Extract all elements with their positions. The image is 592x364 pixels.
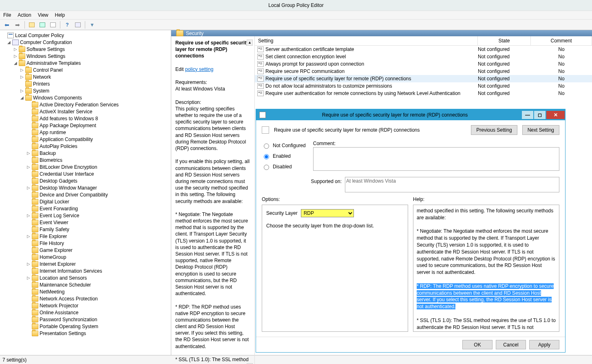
tree-item[interactable]: Presentation Settings	[2, 330, 171, 337]
list-row[interactable]: Require secure RPC communicationNot conf…	[255, 68, 592, 75]
menu-action[interactable]: Action	[18, 12, 31, 18]
properties-button[interactable]	[49, 20, 57, 29]
expand-icon[interactable]: ▷	[26, 234, 31, 238]
tree-item[interactable]: Digital Locker	[2, 198, 171, 205]
tree-item[interactable]: ▷BitLocker Drive Encryption	[2, 163, 171, 170]
close-button[interactable]: ✕	[546, 111, 565, 119]
list-row[interactable]: Server authentication certificate templa…	[255, 46, 592, 53]
tree-item[interactable]: App runtime	[2, 129, 171, 136]
tree-item[interactable]: ▷Backup	[2, 150, 171, 157]
tree-item[interactable]: Event Viewer	[2, 219, 171, 226]
tree-item[interactable]: Online Assistance	[2, 309, 171, 316]
expand-icon[interactable]: ▷	[20, 68, 24, 72]
tree-item[interactable]: Computer Configuration	[20, 40, 72, 45]
show-hide-tree-button[interactable]	[38, 20, 47, 29]
tree-item[interactable]: Game Explorer	[2, 247, 171, 254]
expand-icon[interactable]: ▷	[20, 88, 24, 93]
col-setting[interactable]: Setting	[255, 36, 478, 45]
list-row[interactable]: Require user authentication for remote c…	[255, 90, 592, 97]
tree-item[interactable]: Family Safety	[2, 226, 171, 233]
tree-item[interactable]: Network Projector	[2, 302, 171, 309]
col-state[interactable]: State	[478, 36, 531, 45]
tree-item[interactable]: System	[33, 88, 49, 94]
tree-item[interactable]: Software Settings	[27, 46, 65, 52]
minimize-button[interactable]: —	[522, 111, 533, 119]
tree-root[interactable]: Local Computer Policy	[15, 33, 64, 38]
list-row[interactable]: Require use of specific security layer f…	[255, 75, 592, 82]
radio-enabled[interactable]: Enabled	[262, 153, 306, 159]
tree-item[interactable]: Portable Operating System	[2, 323, 171, 330]
tree-item[interactable]: NetMeeting	[2, 288, 171, 295]
tree-item[interactable]: Application Compatibility	[2, 136, 171, 143]
tree-item[interactable]: App Package Deployment	[2, 122, 171, 129]
expand-icon[interactable]: ▷	[26, 185, 31, 190]
comment-textarea[interactable]	[313, 147, 559, 171]
scroll-up-button[interactable]: ▲	[247, 40, 253, 46]
col-comment[interactable]: Comment	[531, 36, 592, 45]
tree-item[interactable]: Control Panel	[33, 67, 63, 73]
tree-item[interactable]: ▷Event Log Service	[2, 212, 171, 219]
tree-item[interactable]: Biometrics	[2, 157, 171, 163]
tree-item[interactable]: Network	[33, 74, 51, 80]
tree-item[interactable]: Credential User Interface	[2, 170, 171, 177]
expand-icon[interactable]: ▷	[26, 276, 31, 280]
next-setting-button[interactable]: Next Setting	[522, 125, 559, 135]
menu-help[interactable]: Help	[55, 12, 65, 18]
tree-item[interactable]: ▷Desktop Window Manager	[2, 184, 171, 191]
expand-icon[interactable]: ▷	[26, 165, 31, 169]
radio-disabled[interactable]: Disabled	[262, 163, 306, 170]
tree-item[interactable]: ActiveX Installer Service	[2, 108, 171, 115]
expand-icon[interactable]: ◢	[7, 40, 11, 44]
tree-item[interactable]: HomeGroup	[2, 254, 171, 260]
options-button[interactable]	[73, 20, 82, 29]
tree-item[interactable]: ▷Location and Sensors	[2, 274, 171, 281]
tree-item[interactable]: Network Access Protection	[2, 295, 171, 302]
maximize-button[interactable]: ◻	[534, 111, 546, 119]
tree-item[interactable]: Internet Information Services	[2, 267, 171, 274]
ok-button[interactable]: OK	[462, 340, 493, 349]
tree-item[interactable]: File History	[2, 240, 171, 247]
tree-item[interactable]: Password Synchronization	[2, 316, 171, 323]
tree-item[interactable]: Event Forwarding	[2, 205, 171, 212]
tree-item[interactable]: AutoPlay Policies	[2, 143, 171, 150]
security-layer-select[interactable]: RDP	[301, 209, 354, 217]
up-button[interactable]	[27, 20, 36, 29]
help-box[interactable]: method specified in this setting. The fo…	[413, 205, 559, 332]
expand-icon[interactable]: ▷	[13, 54, 18, 58]
expand-icon[interactable]: ▷	[13, 47, 18, 51]
back-button[interactable]	[2, 20, 11, 29]
tree-item[interactable]: Printers	[33, 81, 50, 87]
expand-icon[interactable]: ▷	[26, 213, 31, 218]
cancel-button[interactable]: Cancel	[496, 340, 526, 349]
tree-item[interactable]: ▷Internet Explorer	[2, 260, 171, 267]
tree-item[interactable]: Active Directory Federation Services	[2, 101, 171, 108]
list-row[interactable]: Set client connection encryption levelNo…	[255, 53, 592, 60]
filter-button[interactable]: ▼	[88, 20, 97, 29]
tree-item[interactable]: Maintenance Scheduler	[2, 281, 171, 288]
expand-icon[interactable]: ◢	[13, 61, 18, 65]
menu-file[interactable]: File	[3, 12, 11, 18]
list-row[interactable]: Always prompt for password upon connecti…	[255, 60, 592, 68]
expand-icon[interactable]: ◢	[20, 95, 24, 100]
previous-setting-button[interactable]: Previous Setting	[471, 125, 517, 135]
tree-item[interactable]: Desktop Gadgets	[2, 177, 171, 184]
edit-policy-link[interactable]: policy setting	[185, 66, 213, 72]
help-button[interactable]: ?	[63, 20, 72, 29]
radio-not-configured[interactable]: Not Configured	[262, 142, 306, 149]
apply-button[interactable]: Apply	[529, 340, 559, 349]
folder-icon	[25, 88, 32, 94]
menu-view[interactable]: View	[38, 12, 49, 18]
tree-item[interactable]: Device and Driver Compatibility	[2, 191, 171, 198]
expand-icon[interactable]: ▷	[26, 262, 31, 266]
expand-icon[interactable]: ▷	[26, 151, 31, 155]
tree-item[interactable]: Add features to Windows 8	[2, 115, 171, 122]
expand-icon[interactable]: ▷	[20, 75, 24, 79]
list-row[interactable]: Do not allow local administrators to cus…	[255, 82, 592, 90]
tree-item[interactable]: Administrative Templates	[27, 60, 81, 66]
tree-item[interactable]: Windows Components	[33, 95, 82, 101]
tree-pane[interactable]: Local Computer Policy ◢ Computer Configu…	[0, 30, 171, 355]
tree-item[interactable]: Windows Settings	[27, 53, 65, 59]
forward-button[interactable]	[13, 20, 22, 29]
tree-item[interactable]: ▷File Explorer	[2, 233, 171, 240]
dialog-titlebar[interactable]: Require use of specific security layer f…	[256, 109, 565, 120]
